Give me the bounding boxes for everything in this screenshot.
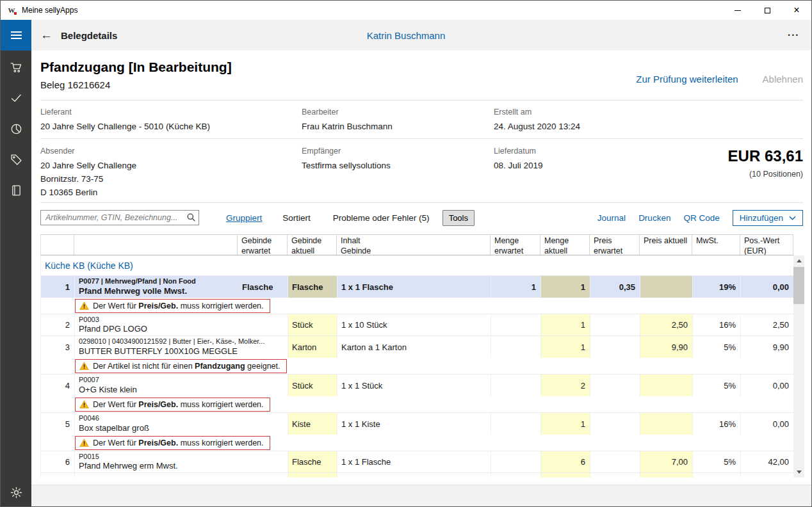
table-scrollbar[interactable] [793,255,804,478]
gruppiert-link[interactable]: Gruppiert [226,213,262,223]
cell-gebinde-aktuell[interactable]: Stück [288,374,337,396]
back-button[interactable]: ← [40,28,57,42]
table-row[interactable]: 1P0077 | Mehrweg/Pfand | Non FoodPfand M… [41,276,793,298]
close-button[interactable]: × [782,1,811,20]
cell-gebinde-aktuell[interactable]: Flasche [288,451,337,472]
journal-link[interactable]: Journal [597,213,626,223]
total-amount: EUR 63,61 [728,147,803,165]
cell-mwst: 19% [693,276,741,298]
document-actions: Zur Prüfung weiterleiten Ablehnen [636,60,803,100]
cell-preis-aktuell[interactable]: 7,00 [640,451,693,472]
app-icon: W [6,5,17,15]
chevron-down-icon [789,216,796,220]
warning-icon [79,400,89,408]
forward-for-review-link[interactable]: Zur Prüfung weiterleiten [636,74,738,100]
toolbar-right: Journal Drucken QR Code Hinzufügen [597,210,803,226]
table-row[interactable]: 2P0003Pfand DPG LOGOStück1 x 10 Stück12,… [41,314,793,336]
absender-line-3: D 10365 Berlin [40,186,302,200]
maximize-button[interactable] [752,1,782,20]
warning-row: Der Artikel ist nicht für einen Pfandzug… [41,358,793,374]
cell-preis-aktuell[interactable] [640,473,693,478]
price-tag-icon[interactable] [9,152,23,166]
table-row[interactable]: 6P0015Pfand Mehrweg erm Mwst.Flasche1 x … [41,451,793,473]
cell-gebinde-aktuell[interactable]: Karton [288,336,337,358]
catalog-icon[interactable] [9,183,23,197]
search-input[interactable] [40,210,199,225]
header-preis-erwartet[interactable]: Preis erwartet [590,235,640,255]
cell-num: 5 [41,413,75,435]
cell-menge-aktuell[interactable]: 6 [541,451,590,472]
info-row-2: Absender 20 Jahre Selly Challenge Bornit… [40,139,803,202]
cell-preis-erwartet [590,374,640,396]
warning-icon [79,439,89,447]
scrollbar-thumb[interactable] [793,267,804,304]
minimize-button[interactable] [723,1,752,20]
pie-chart-icon[interactable] [9,122,23,136]
cell-gebinde-erwartet [238,451,288,472]
user-name-link[interactable]: Katrin Buschmann [367,30,446,41]
close-icon: × [793,5,799,15]
group-header-row[interactable]: Küche KB (Küche KB) [41,255,793,276]
reject-link[interactable]: Ablehnen [763,74,803,100]
tools-button[interactable]: Tools [443,210,475,226]
cell-preis-aktuell[interactable]: 2,50 [640,314,693,335]
table-row[interactable]: 5P0046Box stapelbar großKiste1 x 1 Kiste… [41,413,793,435]
probleme-filter-link[interactable]: Probleme oder Fehler (5) [333,213,430,223]
sortiert-link[interactable]: Sortiert [282,213,311,223]
cell-gebinde-aktuell[interactable]: Stück [288,314,337,335]
header-number[interactable] [40,235,74,255]
cell-num: 3 [41,336,75,358]
table-row[interactable]: 30298010 | 04034900121592 | Butter | Eie… [41,336,793,358]
cell-gebinde-erwartet: Flasche [238,276,288,298]
header-menge-aktuell[interactable]: Menge aktuell [540,235,590,255]
cell-menge-aktuell[interactable] [541,473,590,478]
check-icon[interactable] [9,91,23,105]
cell-menge-aktuell[interactable]: 1 [541,336,590,358]
app-header-bar: ← Belegdetails Katrin Buschmann ••• [1,20,811,51]
warning-message: Der Artikel ist nicht für einen Pfandzug… [75,359,287,373]
warning-message: Der Wert für Preis/Geb. muss korrigiert … [75,398,270,412]
header-menge-erwartet[interactable]: Menge erwartet [491,235,540,255]
cell-gebinde-aktuell[interactable]: Flasche [288,276,337,298]
cell-preis-aktuell[interactable] [640,374,693,396]
cell-preis-aktuell[interactable]: 9,90 [640,336,693,358]
table-row[interactable]: P0033 [41,473,793,478]
cell-preis-erwartet [590,413,640,435]
more-options-button[interactable]: ••• [788,32,800,38]
settings-gear-icon[interactable] [9,485,23,499]
article-meta: P0015 [79,452,99,461]
document-title: Pfandzugang [In Bearbeitung] [40,60,232,75]
cell-menge-aktuell[interactable]: 1 [541,314,590,335]
qr-code-link[interactable]: QR Code [683,213,719,223]
header-mwst[interactable]: MwSt. [692,235,740,255]
hamburger-menu-button[interactable] [1,20,31,51]
header-gebinde-aktuell[interactable]: Gebinde aktuell [288,235,337,255]
search-icon[interactable] [186,213,196,225]
absender-line-2: Bornitzstr. 73-75 [40,173,302,186]
table-body: Küche KB (Küche KB) 1P0077 | Mehrweg/Pfa… [40,255,793,478]
scroll-down-arrow[interactable] [793,467,804,478]
header-article[interactable] [74,235,238,255]
scroll-up-arrow[interactable] [793,255,804,266]
drucken-link[interactable]: Drucken [638,213,670,223]
header-preis-aktuell[interactable]: Preis aktuell [640,235,692,255]
cell-num: 2 [41,314,75,335]
cell-inhalt: 1 x 1 Kiste [337,413,491,435]
cell-gebinde-aktuell[interactable]: Kiste [288,413,337,435]
cell-preis-aktuell[interactable] [640,276,693,298]
header-inhalt-gebinde[interactable]: Inhalt Gebinde [337,235,491,255]
cell-menge-aktuell[interactable]: 2 [541,374,590,396]
warning-message: Der Wert für Preis/Geb. muss korrigiert … [75,299,270,313]
hinzufuegen-button[interactable]: Hinzufügen [733,210,803,226]
cell-menge-aktuell[interactable]: 1 [541,276,590,298]
table-row[interactable]: 4P0007O+G Kiste kleinStück1 x 1 Stück25%… [41,374,793,396]
article-name: O+G Kiste klein [79,385,137,396]
header-gebinde-erwartet[interactable]: Gebinde erwartet [238,235,288,255]
cell-inhalt: 1 x 10 Stück [337,314,491,335]
cell-preis-aktuell[interactable] [640,413,693,435]
article-name: BUTTER BUTTERFLY 100X10G MEGGLE [79,346,238,357]
cart-icon[interactable] [9,60,23,74]
cell-menge-aktuell[interactable]: 1 [541,413,590,435]
cell-gebinde-aktuell[interactable] [288,473,337,478]
header-pos-wert[interactable]: Pos.-Wert (EUR) [740,235,793,255]
